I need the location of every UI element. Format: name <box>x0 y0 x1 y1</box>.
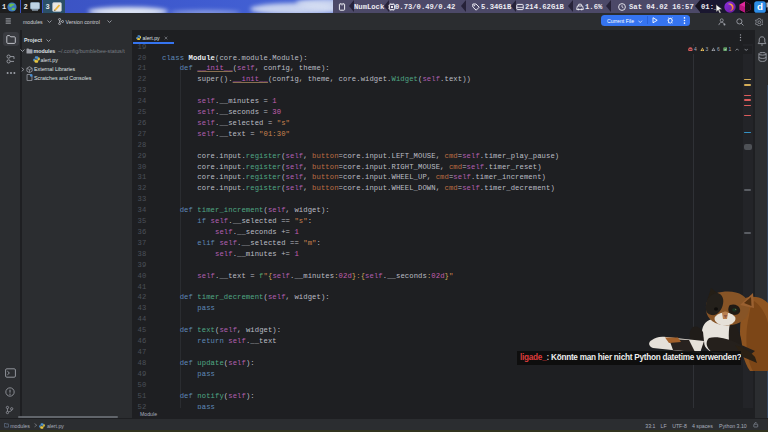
svg-text:d: d <box>757 1 763 12</box>
